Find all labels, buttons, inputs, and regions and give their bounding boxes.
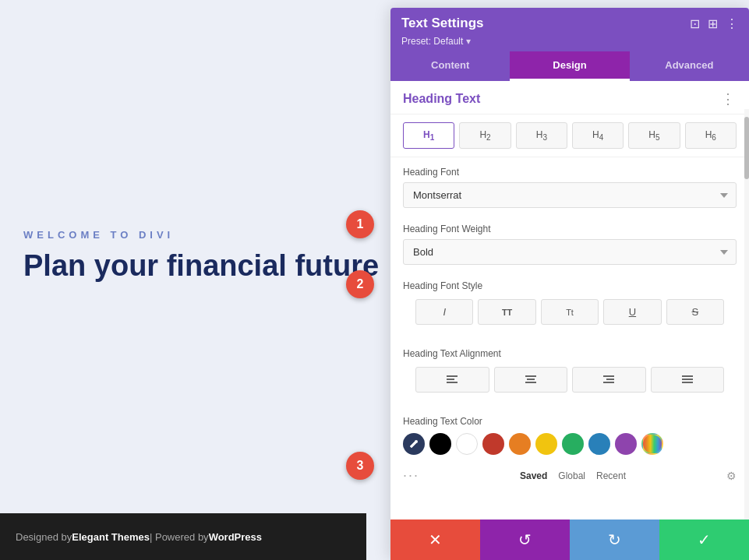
cancel-button[interactable]: ✕ <box>390 519 480 560</box>
footer-wp: WordPress <box>209 531 262 543</box>
h3-button[interactable]: H3 <box>516 122 567 149</box>
color-tabs: Saved Global Recent <box>520 470 626 481</box>
color-green[interactable] <box>562 433 584 455</box>
h1-button[interactable]: H1 <box>403 122 454 149</box>
redo-button[interactable]: ↻ <box>570 519 659 560</box>
color-black[interactable] <box>429 433 451 455</box>
style-buttons: I TT Tt U S <box>403 296 737 333</box>
more-options-icon[interactable]: ⋮ <box>726 16 738 31</box>
color-purple[interactable] <box>615 433 637 455</box>
expand-icon[interactable]: ⊡ <box>690 16 700 31</box>
alignment-buttons <box>403 364 737 400</box>
h5-button[interactable]: H5 <box>628 122 680 149</box>
tab-advanced[interactable]: Advanced <box>630 51 749 81</box>
heading-font-weight-field: Heading Font Weight Bold <box>390 216 749 273</box>
heading-font-style-label: Heading Font Style <box>403 280 737 291</box>
svg-rect-4 <box>527 379 535 380</box>
heading-font-field: Heading Font Montserrat <box>390 159 749 216</box>
color-tab-saved[interactable]: Saved <box>520 470 547 481</box>
save-button[interactable]: ✓ <box>659 519 749 560</box>
heading-text-color-field: Heading Text Color <box>390 408 749 463</box>
svg-rect-7 <box>606 379 614 380</box>
panel-body: Heading Text ⋮ H1 H2 H3 H4 H5 H6 Heading… <box>390 81 749 560</box>
color-more-icon[interactable]: ··· <box>403 467 419 484</box>
h2-button[interactable]: H2 <box>459 122 511 149</box>
panel-header-icons: ⊡ ⊞ ⋮ <box>690 16 738 31</box>
scroll-thumb <box>744 117 749 179</box>
heading-text-alignment-label: Heading Text Alignment <box>403 348 737 359</box>
color-picker-button[interactable] <box>403 433 425 455</box>
h4-button[interactable]: H4 <box>572 122 624 149</box>
undo-button[interactable]: ↺ <box>480 519 570 560</box>
heading-text-color-label: Heading Text Color <box>403 416 737 427</box>
heading-text-alignment-field: Heading Text Alignment <box>390 340 749 408</box>
tab-content[interactable]: Content <box>390 51 510 81</box>
headline-text: Plan your financial future <box>23 248 379 284</box>
color-red[interactable] <box>482 433 504 455</box>
svg-rect-9 <box>682 375 693 377</box>
svg-rect-8 <box>603 382 614 383</box>
align-right-button[interactable] <box>572 367 646 393</box>
underline-button[interactable]: U <box>603 299 661 325</box>
columns-icon[interactable]: ⊞ <box>708 16 718 31</box>
align-left-button[interactable] <box>415 367 489 393</box>
panel-title: Text Settings <box>401 16 483 31</box>
color-swatches <box>403 433 737 455</box>
color-white[interactable] <box>456 433 478 455</box>
step-badge-3: 3 <box>346 452 374 480</box>
heading-font-weight-select[interactable]: Bold <box>403 239 737 265</box>
svg-rect-10 <box>682 379 693 380</box>
divider-1 <box>390 157 749 157</box>
panel-header-top: Text Settings ⊡ ⊞ ⋮ <box>401 16 738 31</box>
step-badge-2: 2 <box>346 270 374 298</box>
heading-font-style-field: Heading Font Style I TT Tt U S <box>390 273 749 340</box>
text-settings-panel: Text Settings ⊡ ⊞ ⋮ Preset: Default ▾ Co… <box>390 8 749 560</box>
welcome-text: WELCOME TO DIVI <box>23 229 379 241</box>
preset-label[interactable]: Preset: Default ▾ <box>401 36 738 47</box>
svg-point-12 <box>415 440 418 443</box>
color-gear-icon[interactable]: ⚙ <box>726 470 737 482</box>
svg-rect-3 <box>525 375 536 377</box>
h6-button[interactable]: H6 <box>685 122 737 149</box>
color-orange[interactable] <box>509 433 531 455</box>
heading-text-section: Heading Text ⋮ <box>390 81 749 114</box>
step-badge-1: 1 <box>346 210 374 238</box>
footer-powered: | Powered by <box>150 531 209 543</box>
align-justify-button[interactable] <box>651 367 725 393</box>
page-content: WELCOME TO DIVI Plan your financial futu… <box>0 229 379 331</box>
section-more-icon[interactable]: ⋮ <box>721 92 737 106</box>
heading-font-label: Heading Font <box>403 167 737 178</box>
footer-designed: Designed by <box>16 531 72 543</box>
action-bar: ✕ ↺ ↻ ✓ <box>390 519 749 560</box>
heading-text-label: Heading Text <box>403 92 480 106</box>
heading-font-select[interactable]: Montserrat <box>403 182 737 208</box>
footer-elegant: Elegant Themes <box>72 531 150 543</box>
color-tab-global[interactable]: Global <box>558 470 585 481</box>
svg-rect-6 <box>603 375 614 377</box>
color-bottom-bar: ··· Saved Global Recent ⚙ <box>390 463 749 491</box>
svg-rect-5 <box>525 382 536 383</box>
all-caps-button[interactable]: TT <box>478 299 535 325</box>
svg-rect-11 <box>682 382 693 383</box>
panel-tabs: Content Design Advanced <box>390 51 749 81</box>
tab-design[interactable]: Design <box>510 51 629 81</box>
color-tab-recent[interactable]: Recent <box>596 470 626 481</box>
svg-rect-1 <box>447 379 454 380</box>
heading-level-buttons: H1 H2 H3 H4 H5 H6 <box>390 114 749 157</box>
capitalize-button[interactable]: Tt <box>541 299 599 325</box>
scrollbar[interactable] <box>744 109 749 545</box>
panel-header: Text Settings ⊡ ⊞ ⋮ Preset: Default ▾ <box>390 8 749 51</box>
color-gradient[interactable] <box>641 433 663 455</box>
align-center-button[interactable] <box>494 367 568 393</box>
strikethrough-button[interactable]: S <box>666 299 724 325</box>
svg-rect-0 <box>447 375 458 377</box>
color-blue[interactable] <box>588 433 610 455</box>
heading-font-weight-label: Heading Font Weight <box>403 224 737 234</box>
italic-button[interactable]: I <box>415 299 473 325</box>
footer-bar: Designed by Elegant Themes | Powered by … <box>0 513 366 560</box>
color-yellow[interactable] <box>535 433 557 455</box>
svg-rect-2 <box>447 382 458 383</box>
